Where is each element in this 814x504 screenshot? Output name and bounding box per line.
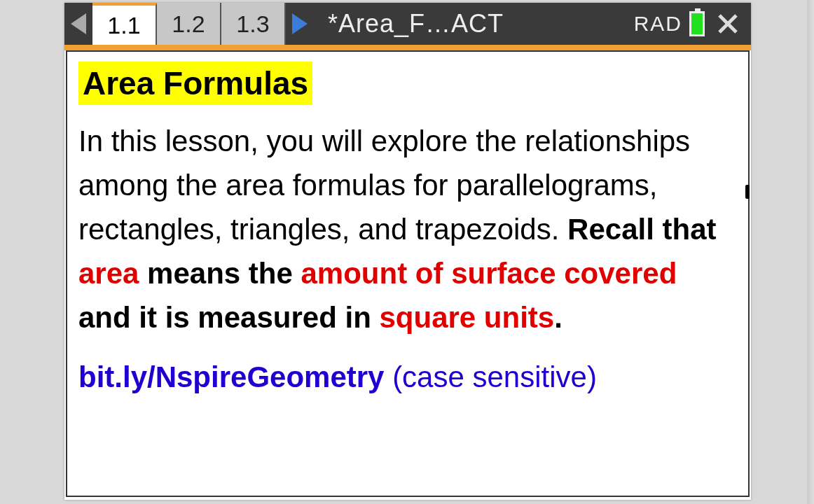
app-window: 1.1 1.2 1.3 *Area_F…ACT RAD Area Formula… <box>64 3 751 500</box>
status-area: RAD <box>634 3 751 45</box>
text-measured-in: and it is measured in <box>78 301 379 334</box>
battery-icon <box>689 11 705 36</box>
text-recall: Recall that <box>567 213 716 246</box>
tab-1-2[interactable]: 1.2 <box>157 3 221 45</box>
tab-strip: 1.1 1.2 1.3 <box>92 3 286 45</box>
tab-label: 1.2 <box>172 10 205 38</box>
titlebar: 1.1 1.2 1.3 *Area_F…ACT RAD <box>64 3 751 45</box>
text-square-units: square units <box>379 301 554 334</box>
document-title: *Area_F…ACT <box>314 3 634 45</box>
tab-1-1[interactable]: 1.1 <box>92 3 157 45</box>
accent-bar <box>64 45 751 50</box>
angle-mode-label: RAD <box>634 12 682 36</box>
text-period: . <box>554 301 563 334</box>
scrollbar-thumb[interactable] <box>745 185 750 199</box>
tab-label: 1.3 <box>236 10 269 38</box>
link-line: bit.ly/NspireGeometry (case sensitive) <box>78 360 737 394</box>
text-surface-covered: amount of surface covered <box>301 257 677 290</box>
text-area-word: area <box>78 257 139 290</box>
page-heading: Area Formulas <box>78 62 312 105</box>
text-means: means the <box>139 257 301 290</box>
link-note: (case sensitive) <box>384 360 596 393</box>
notes-page[interactable]: Area Formulas In this lesson, you will e… <box>66 50 750 497</box>
svg-marker-1 <box>292 13 308 34</box>
body-paragraph: In this lesson, you will explore the rel… <box>78 119 737 340</box>
nav-next-icon[interactable] <box>286 3 314 45</box>
link-url[interactable]: bit.ly/NspireGeometry <box>78 360 384 393</box>
tab-label: 1.1 <box>107 12 140 39</box>
tab-1-3[interactable]: 1.3 <box>221 3 286 45</box>
svg-marker-0 <box>71 13 86 34</box>
nav-prev-icon[interactable] <box>64 3 92 45</box>
close-icon[interactable] <box>712 13 744 34</box>
